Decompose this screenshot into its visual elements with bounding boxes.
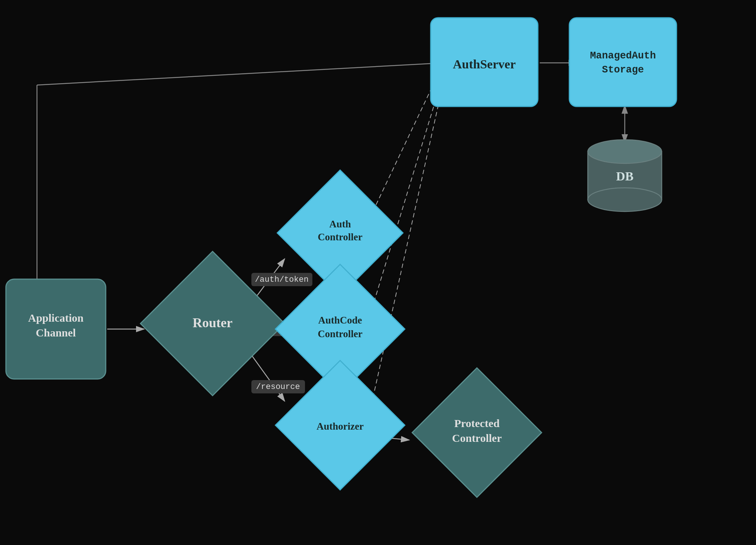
resource-label: /resource [256,382,300,392]
managed-auth-storage-node [569,18,677,106]
router-to-authorizer [251,355,285,401]
auth-controller-label2: Controller [318,231,363,243]
db-cylinder-bottom [588,188,662,211]
db-cylinder-top [588,140,662,163]
router-label: Router [193,315,233,330]
architecture-diagram: /auth/token /auth/code /resource Applica… [0,0,756,545]
auth-token-label: /auth/token [255,275,308,284]
app-to-authserver-line [37,63,444,85]
managed-auth-storage-label2: Storage [602,64,644,75]
protected-controller-label2: Controller [452,432,502,444]
application-channel-label: Application [28,312,84,324]
authcode-controller-label2: Controller [318,328,363,339]
auth-server-label: AuthServer [453,57,516,71]
authorizer-label: Authorizer [316,421,363,432]
protected-controller-label: Protected [454,417,500,429]
managed-auth-storage-label: ManagedAuth [590,50,656,61]
auth-controller-label: Auth [329,219,351,230]
db-label: DB [616,169,633,183]
application-channel-label2: Channel [36,326,76,339]
authcode-controller-label: AuthCode [318,315,362,326]
